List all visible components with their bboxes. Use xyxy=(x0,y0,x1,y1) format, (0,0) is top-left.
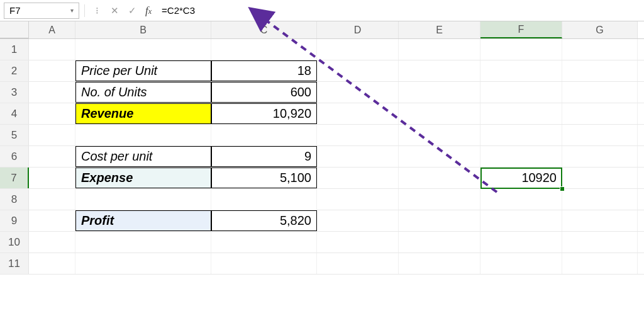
cell-A6[interactable] xyxy=(29,146,75,167)
cell-F5[interactable] xyxy=(480,125,562,145)
cell-A9[interactable] xyxy=(29,210,75,231)
cell-G8[interactable] xyxy=(562,189,638,210)
fx-icon[interactable]: fx xyxy=(143,4,154,17)
row-header-11[interactable]: 11 xyxy=(0,253,29,274)
row-header-2[interactable]: 2 xyxy=(0,60,29,81)
row-header-5[interactable]: 5 xyxy=(0,125,29,145)
cell-D8[interactable] xyxy=(317,189,399,210)
cell-F8[interactable] xyxy=(480,189,562,210)
cancel-icon[interactable]: ✕ xyxy=(108,4,121,18)
cell-G7[interactable] xyxy=(562,168,638,188)
cell-F4[interactable] xyxy=(480,103,562,124)
cell-D5[interactable] xyxy=(317,125,399,145)
cell-B8[interactable] xyxy=(75,189,211,210)
cell-B5[interactable] xyxy=(75,125,211,145)
cell-G1[interactable] xyxy=(562,39,638,60)
row-header-8[interactable]: 8 xyxy=(0,189,29,210)
cell-C1[interactable] xyxy=(211,39,317,60)
cell-A5[interactable] xyxy=(29,125,75,145)
cell-B6[interactable]: Cost per unit xyxy=(75,146,211,167)
cell-E11[interactable] xyxy=(399,253,480,274)
row-header-9[interactable]: 9 xyxy=(0,210,29,231)
col-header-C[interactable]: C xyxy=(211,21,317,38)
cell-C11[interactable] xyxy=(211,253,317,274)
cell-D10[interactable] xyxy=(317,232,399,253)
cell-C5[interactable] xyxy=(211,125,317,145)
cell-A11[interactable] xyxy=(29,253,75,274)
cell-E8[interactable] xyxy=(399,189,480,210)
cell-E2[interactable] xyxy=(399,60,480,81)
row-header-1[interactable]: 1 xyxy=(0,39,29,60)
cell-E9[interactable] xyxy=(399,210,480,231)
row-header-4[interactable]: 4 xyxy=(0,103,29,124)
cell-C3[interactable]: 600 xyxy=(211,82,317,103)
cell-A2[interactable] xyxy=(29,60,75,81)
row-header-6[interactable]: 6 xyxy=(0,146,29,167)
cell-A8[interactable] xyxy=(29,189,75,210)
cell-A7[interactable] xyxy=(29,168,75,188)
cell-D11[interactable] xyxy=(317,253,399,274)
cell-F11[interactable] xyxy=(480,253,562,274)
cell-C2[interactable]: 18 xyxy=(211,60,317,81)
cell-F3[interactable] xyxy=(480,82,562,103)
cell-F7[interactable]: 10920 xyxy=(480,168,562,188)
formula-input[interactable] xyxy=(158,3,640,19)
cell-E5[interactable] xyxy=(399,125,480,145)
col-header-D[interactable]: D xyxy=(317,21,399,38)
cell-C4[interactable]: 10,920 xyxy=(211,103,317,124)
cell-G6[interactable] xyxy=(562,146,638,167)
cell-C9[interactable]: 5,820 xyxy=(211,210,317,231)
cell-G10[interactable] xyxy=(562,232,638,253)
col-header-B[interactable]: B xyxy=(75,21,211,38)
cell-D3[interactable] xyxy=(317,82,399,103)
cell-F6[interactable] xyxy=(480,146,562,167)
col-header-G[interactable]: G xyxy=(562,21,638,38)
row-header-10[interactable]: 10 xyxy=(0,232,29,253)
cell-G5[interactable] xyxy=(562,125,638,145)
cell-C8[interactable] xyxy=(211,189,317,210)
cell-G9[interactable] xyxy=(562,210,638,231)
col-header-E[interactable]: E xyxy=(399,21,480,38)
cell-E3[interactable] xyxy=(399,82,480,103)
cell-B3[interactable]: No. of Units xyxy=(75,82,211,103)
cell-A10[interactable] xyxy=(29,232,75,253)
cell-A4[interactable] xyxy=(29,103,75,124)
cell-E10[interactable] xyxy=(399,232,480,253)
cell-E4[interactable] xyxy=(399,103,480,124)
row-header-3[interactable]: 3 xyxy=(0,82,29,103)
fill-handle[interactable] xyxy=(560,186,565,191)
col-header-F[interactable]: F xyxy=(480,21,562,38)
cell-G3[interactable] xyxy=(562,82,638,103)
name-box[interactable]: F7 ▾ xyxy=(4,3,79,19)
cell-E7[interactable] xyxy=(399,168,480,188)
cell-A1[interactable] xyxy=(29,39,75,60)
cell-F10[interactable] xyxy=(480,232,562,253)
select-all-corner[interactable] xyxy=(0,21,29,38)
cell-C10[interactable] xyxy=(211,232,317,253)
cell-D7[interactable] xyxy=(317,168,399,188)
cell-C6[interactable]: 9 xyxy=(211,146,317,167)
chevron-down-icon[interactable]: ▾ xyxy=(70,7,74,14)
cell-B9[interactable]: Profit xyxy=(75,210,211,231)
spreadsheet-grid[interactable]: A B C D E F G 1 2 Price per Unit 18 xyxy=(0,21,644,275)
cell-F1[interactable] xyxy=(480,39,562,60)
cell-C7[interactable]: 5,100 xyxy=(211,168,317,188)
cell-G11[interactable] xyxy=(562,253,638,274)
row-header-7[interactable]: 7 xyxy=(0,168,29,188)
col-header-A[interactable]: A xyxy=(29,21,75,38)
cell-D1[interactable] xyxy=(317,39,399,60)
cell-B10[interactable] xyxy=(75,232,211,253)
cell-G4[interactable] xyxy=(562,103,638,124)
cell-A3[interactable] xyxy=(29,82,75,103)
cell-D4[interactable] xyxy=(317,103,399,124)
cell-F2[interactable] xyxy=(480,60,562,81)
cell-B2[interactable]: Price per Unit xyxy=(75,60,211,81)
cell-B7[interactable]: Expense xyxy=(75,168,211,188)
cell-E1[interactable] xyxy=(399,39,480,60)
cell-B11[interactable] xyxy=(75,253,211,274)
cell-B4[interactable]: Revenue xyxy=(75,103,211,124)
cell-B1[interactable] xyxy=(75,39,211,60)
cell-D9[interactable] xyxy=(317,210,399,231)
cell-D6[interactable] xyxy=(317,146,399,167)
cell-G2[interactable] xyxy=(562,60,638,81)
